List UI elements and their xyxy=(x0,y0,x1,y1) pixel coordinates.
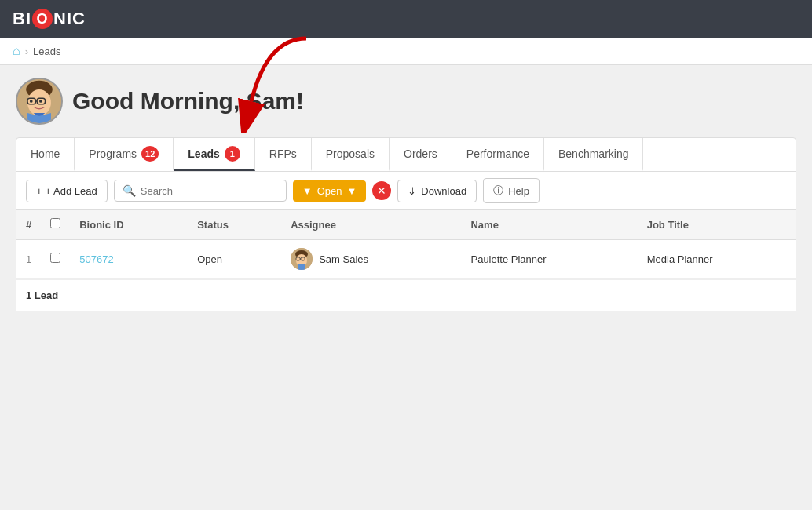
tab-leads[interactable]: Leads 1 xyxy=(174,138,254,171)
greeting-text: Good Morning, Sam! xyxy=(72,88,304,115)
logo-o-circle: O xyxy=(32,9,53,29)
col-header-status: Status xyxy=(188,210,281,239)
help-icon: ⓘ xyxy=(493,184,503,198)
row-checkbox[interactable] xyxy=(50,253,60,263)
greeting-section: Good Morning, Sam! xyxy=(16,78,796,125)
home-icon[interactable]: ⌂ xyxy=(13,44,20,58)
select-all-checkbox[interactable] xyxy=(50,218,60,228)
col-header-bionic-id: Bionic ID xyxy=(70,210,188,239)
row-checkbox-cell xyxy=(41,239,70,279)
svg-point-2 xyxy=(27,89,51,116)
tab-programs[interactable]: Programs 12 xyxy=(75,138,174,171)
programs-badge: 12 xyxy=(141,146,159,162)
row-bionic-id: 507672 xyxy=(70,239,188,279)
leads-table: # Bionic ID Status Assignee Name Job Tit… xyxy=(16,210,796,279)
bionic-id-link[interactable]: 507672 xyxy=(79,253,113,265)
add-lead-icon: + xyxy=(36,185,42,197)
download-button[interactable]: ⇓ Download xyxy=(397,180,477,202)
logo: BI O NIC xyxy=(13,9,86,29)
logo-text-nic: NIC xyxy=(53,9,86,29)
leads-table-container: # Bionic ID Status Assignee Name Job Tit… xyxy=(16,210,796,279)
tab-performance[interactable]: Performance xyxy=(452,138,544,171)
svg-point-7 xyxy=(39,100,42,103)
breadcrumb: ⌂ › Leads xyxy=(0,38,812,65)
col-header-num: # xyxy=(16,210,41,239)
breadcrumb-current: Leads xyxy=(33,46,60,57)
filter-icon: ▼ xyxy=(302,185,313,197)
help-button[interactable]: ⓘ Help xyxy=(483,178,540,203)
row-assignee: Sam Sales xyxy=(281,239,461,279)
filter-dropdown-icon: ▼ xyxy=(346,185,357,197)
download-label: Download xyxy=(421,185,466,197)
add-lead-label: + Add Lead xyxy=(46,185,97,197)
tab-bar: Home Programs 12 Leads 1 RFPs Proposals … xyxy=(16,137,796,172)
svg-point-6 xyxy=(30,100,33,103)
breadcrumb-separator: › xyxy=(25,46,28,57)
avatar xyxy=(16,78,63,125)
leads-badge: 1 xyxy=(225,146,240,162)
row-name: Paulette Planner xyxy=(461,239,637,279)
main-content: Good Morning, Sam! Home Programs 12 Lead… xyxy=(0,65,812,324)
top-bar: BI O NIC xyxy=(0,0,812,38)
search-icon: 🔍 xyxy=(123,184,136,197)
assignee-avatar xyxy=(291,248,313,270)
tab-benchmarking[interactable]: Benchmarking xyxy=(544,138,644,171)
col-header-job-title: Job Title xyxy=(638,210,796,239)
filter-label: Open xyxy=(317,185,342,197)
tab-proposals[interactable]: Proposals xyxy=(312,138,390,171)
logo-text-bi: BI xyxy=(13,9,31,29)
help-label: Help xyxy=(508,185,529,197)
toolbar: + + Add Lead 🔍 ▼ Open ▼ ✕ ⇓ Download ⓘ H… xyxy=(16,172,796,210)
clear-filter-button[interactable]: ✕ xyxy=(372,181,391,200)
row-num: 1 xyxy=(16,239,41,279)
col-header-checkbox xyxy=(41,210,70,239)
tab-home[interactable]: Home xyxy=(16,138,75,171)
lead-count: 1 Lead xyxy=(16,279,796,311)
filter-button[interactable]: ▼ Open ▼ xyxy=(293,180,367,202)
col-header-assignee: Assignee xyxy=(281,210,461,239)
row-status: Open xyxy=(188,239,281,279)
assignee-name: Sam Sales xyxy=(319,253,368,265)
table-row: 1 507672 Open xyxy=(16,239,796,279)
tab-orders[interactable]: Orders xyxy=(390,138,452,171)
download-icon: ⇓ xyxy=(408,185,416,197)
add-lead-button[interactable]: + + Add Lead xyxy=(26,180,108,202)
tab-rfps[interactable]: RFPs xyxy=(255,138,312,171)
search-box[interactable]: 🔍 xyxy=(114,180,287,202)
row-job-title: Media Planner xyxy=(638,239,796,279)
col-header-name: Name xyxy=(461,210,637,239)
search-input[interactable] xyxy=(141,185,278,197)
